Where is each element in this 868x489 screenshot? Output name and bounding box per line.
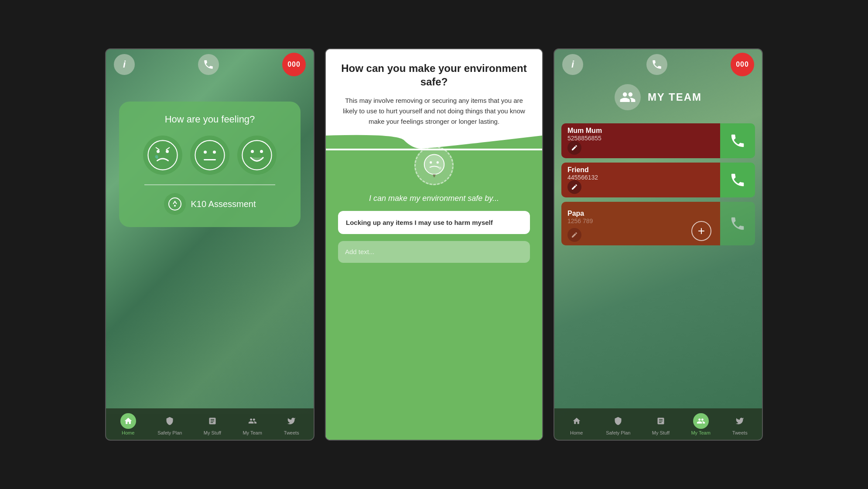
call-friend-button[interactable]: [720, 163, 755, 197]
nav-mystuff-team[interactable]: My Stuff: [652, 413, 670, 435]
emergency-label-team: 000: [736, 61, 749, 68]
edit-papa-button[interactable]: [567, 228, 581, 242]
svg-point-7: [213, 151, 216, 154]
contact-friend-name: Friend: [567, 166, 714, 174]
edit-friend-button[interactable]: [567, 180, 581, 194]
nav-myteam-label-team: My Team: [691, 430, 710, 435]
green-section: I can make my environment safe by... Loc…: [326, 150, 542, 440]
nav-home-label-team: Home: [570, 430, 583, 435]
response-card: Locking up any items I may use to harm m…: [338, 211, 530, 234]
contact-papa-number: 1256 789: [567, 217, 714, 224]
call-icon-mum: [729, 132, 746, 149]
info-icon: i: [123, 59, 126, 70]
call-icon-papa: [729, 215, 746, 232]
info-icon-team: i: [571, 59, 574, 70]
screen3-myteam: i 000 MY TEAM: [554, 48, 763, 441]
svg-point-2: [166, 150, 169, 153]
home-nav-icon-team: [569, 413, 584, 429]
top-bar-team: i 000: [554, 49, 762, 80]
svg-point-16: [438, 166, 441, 170]
nav-mystuff[interactable]: My Stuff: [204, 413, 221, 435]
neutral-face-button[interactable]: [190, 136, 229, 175]
assessment-row[interactable]: K10 Assessment: [164, 193, 256, 215]
mystuff-nav-icon: [205, 413, 220, 429]
bottom-nav-home: Home Safety Plan My Stuff My Team: [106, 408, 314, 440]
add-text-placeholder: Add text...: [345, 248, 375, 255]
safe-prompt: I can make my environment safe by...: [338, 194, 530, 203]
safety-nav-icon: [162, 413, 178, 429]
nav-tweets-label: Tweets: [284, 430, 299, 435]
sad-face-button[interactable]: [143, 136, 182, 175]
thinking-container: [338, 146, 530, 185]
contact-mum-info: Mum Mum 5258856855: [561, 123, 720, 158]
my-team-title: MY TEAM: [648, 91, 702, 103]
edit-mum-button[interactable]: [567, 141, 581, 155]
phone-button[interactable]: [198, 54, 219, 75]
svg-point-4: [156, 157, 158, 159]
svg-point-6: [204, 151, 207, 154]
svg-point-15: [436, 161, 438, 163]
contact-friend-info: Friend 445566132: [561, 163, 720, 197]
nav-safety-label: Safety Plan: [157, 430, 182, 435]
nav-myteam[interactable]: My Team: [243, 413, 262, 435]
bottom-nav-team: Home Safety Plan My Stuff My Team: [554, 408, 762, 440]
contact-list: Mum Mum 5258856855: [561, 123, 755, 245]
info-button[interactable]: i: [114, 54, 135, 75]
safety-description: This may involve removing or securing an…: [338, 95, 530, 127]
nav-mystuff-label-team: My Stuff: [652, 430, 670, 435]
assessment-icon: [164, 193, 186, 215]
speech-bubble-area: How can you make your environment safe? …: [326, 49, 542, 127]
nav-home[interactable]: Home: [120, 413, 136, 435]
emergency-button[interactable]: 000: [282, 53, 306, 76]
contact-mum-name: Mum Mum: [567, 127, 714, 135]
svg-point-9: [251, 150, 254, 153]
screenshots-container: i 000 How are you feeling?: [0, 0, 868, 489]
svg-point-5: [195, 140, 224, 170]
svg-point-13: [424, 154, 444, 174]
contact-friend: Friend 445566132: [561, 163, 755, 197]
phone-icon-team: [651, 59, 663, 70]
svg-point-8: [242, 140, 271, 170]
response-text: Locking up any items I may use to harm m…: [346, 219, 522, 226]
nav-safety-label-team: Safety Plan: [606, 430, 630, 435]
contact-papa-name: Papa: [567, 210, 714, 217]
svg-point-14: [430, 161, 432, 163]
phone-button-team[interactable]: [646, 54, 667, 75]
svg-point-11: [169, 198, 181, 210]
contact-mum: Mum Mum 5258856855: [561, 123, 755, 158]
thinking-face: [414, 146, 454, 185]
top-bar-home: i 000: [106, 49, 314, 80]
mystuff-nav-icon-team: [653, 413, 669, 429]
call-mum-button[interactable]: [720, 123, 755, 158]
nav-tweets-team[interactable]: Tweets: [732, 413, 748, 435]
call-papa-button[interactable]: [720, 202, 755, 245]
feeling-title: How are you feeling?: [165, 114, 255, 125]
team-icon: [615, 84, 641, 110]
nav-safety[interactable]: Safety Plan: [157, 413, 182, 435]
svg-point-1: [157, 150, 160, 153]
nav-home-team[interactable]: Home: [569, 413, 584, 435]
happy-face-button[interactable]: [237, 136, 277, 175]
myteam-nav-icon-team: [693, 413, 709, 429]
call-icon-friend: [729, 172, 746, 188]
tweets-nav-icon-team: [732, 413, 748, 429]
emoji-row: [143, 136, 277, 175]
add-text-area[interactable]: Add text...: [338, 241, 530, 263]
emergency-button-team[interactable]: 000: [731, 53, 754, 76]
nav-myteam-team[interactable]: My Team: [691, 413, 710, 435]
contact-friend-number: 445566132: [567, 174, 714, 181]
contact-mum-number: 5258856855: [567, 135, 714, 142]
nav-tweets[interactable]: Tweets: [284, 413, 299, 435]
info-button-team[interactable]: i: [562, 54, 583, 75]
myteam-nav-icon: [245, 413, 260, 429]
svg-point-10: [260, 150, 263, 153]
nav-mystuff-label: My Stuff: [204, 430, 221, 435]
screen1-home: i 000 How are you feeling?: [105, 48, 314, 441]
nav-safety-team[interactable]: Safety Plan: [606, 413, 630, 435]
edit-icon-friend: [571, 183, 578, 190]
home-nav-icon: [120, 413, 136, 429]
svg-point-0: [148, 140, 177, 170]
my-team-header: MY TEAM: [554, 84, 762, 110]
add-contact-button[interactable]: +: [691, 221, 711, 241]
screen2-safety: How can you make your environment safe? …: [325, 48, 543, 441]
